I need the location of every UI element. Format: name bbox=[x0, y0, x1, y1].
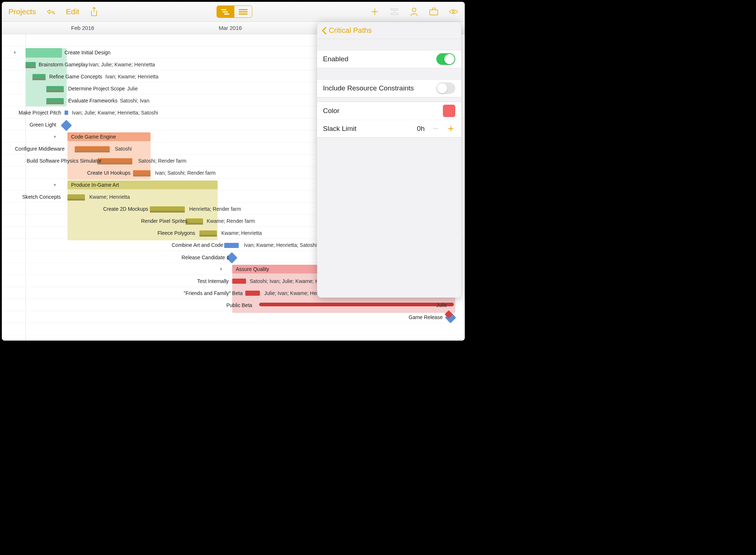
critical-paths-popover: Critical Paths Enabled Include Resource … bbox=[317, 22, 461, 298]
projects-button[interactable]: Projects bbox=[8, 7, 36, 16]
svg-point-10 bbox=[452, 11, 455, 13]
task-label: Create Initial Design bbox=[65, 50, 110, 55]
svg-rect-5 bbox=[239, 13, 248, 15]
briefcase-icon[interactable] bbox=[429, 7, 439, 16]
person-icon[interactable] bbox=[409, 7, 419, 16]
svg-rect-0 bbox=[221, 9, 226, 10]
task-resources: Julie bbox=[436, 302, 447, 308]
undo-button[interactable] bbox=[46, 7, 56, 16]
task-label: "Friends and Family" Beta bbox=[184, 290, 243, 296]
task-label: Determine Project Scope bbox=[68, 86, 125, 92]
task-label: Configure Middleware bbox=[15, 146, 65, 152]
slack-value: 0h bbox=[417, 125, 425, 133]
popover-title: Critical Paths bbox=[329, 26, 372, 35]
task-bar[interactable] bbox=[232, 279, 246, 284]
task-label: Test Internally bbox=[197, 278, 229, 284]
svg-point-8 bbox=[412, 8, 416, 12]
svg-rect-9 bbox=[430, 10, 438, 15]
enabled-label: Enabled bbox=[323, 55, 348, 63]
task-label: Refine Game Concepts bbox=[49, 74, 102, 79]
minus-button[interactable]: − bbox=[431, 123, 440, 135]
task-label: Release Candidate 1 bbox=[182, 255, 229, 260]
disclosure-icon[interactable]: ▼ bbox=[219, 267, 223, 271]
task-resources: Kwame; Render farm bbox=[207, 218, 255, 224]
task-label: Render Pixel Sprites bbox=[141, 218, 188, 224]
plus-button[interactable]: + bbox=[447, 123, 455, 135]
add-button[interactable] bbox=[370, 7, 379, 16]
include-resource-label: Include Resource Constraints bbox=[323, 84, 414, 92]
color-swatch[interactable] bbox=[443, 105, 455, 117]
back-button[interactable] bbox=[322, 27, 327, 35]
share-button[interactable] bbox=[89, 7, 99, 16]
view-segmented-control[interactable] bbox=[217, 5, 252, 18]
task-label: Evaluate Frameworks bbox=[68, 98, 117, 104]
task-label: Create UI Hookups bbox=[87, 170, 130, 176]
slack-limit-row: Slack Limit 0h − + bbox=[317, 120, 461, 137]
task-label: Code Game Engine bbox=[71, 134, 116, 140]
svg-rect-2 bbox=[224, 13, 229, 15]
include-resource-switch[interactable] bbox=[436, 82, 455, 94]
task-resources: Kwame; Henrietta bbox=[89, 194, 130, 200]
svg-rect-7 bbox=[391, 13, 398, 15]
task-label: Green Light bbox=[30, 122, 56, 128]
task-resources: Ivan; Julie; Kwame; Henrietta bbox=[89, 62, 155, 67]
enabled-row: Enabled bbox=[317, 50, 461, 68]
task-resources: Satoshi; Render farm bbox=[138, 158, 186, 164]
task-resources: Henrietta; Render farm bbox=[189, 206, 241, 212]
task-bar[interactable] bbox=[65, 110, 68, 115]
task-resources: Kwame; Henrietta bbox=[221, 230, 262, 236]
color-row[interactable]: Color bbox=[317, 102, 461, 120]
task-label: Game Release bbox=[409, 314, 443, 320]
task-label: Make Project Pitch bbox=[19, 110, 61, 116]
task-resources: Ivan; Kwame; Henrietta bbox=[105, 74, 159, 79]
task-label: Create 2D Mockups bbox=[103, 206, 148, 212]
task-bar[interactable] bbox=[224, 243, 239, 248]
month-label: Feb 2016 bbox=[71, 25, 94, 31]
task-label: Sketch Concepts bbox=[22, 194, 61, 200]
task-resources: Ivan; Satoshi; Render farm bbox=[155, 170, 216, 176]
outline-view-button[interactable] bbox=[234, 6, 252, 18]
disclosure-icon[interactable]: ▼ bbox=[53, 135, 57, 139]
task-label: Produce In-Game Art bbox=[71, 182, 119, 188]
task-bar[interactable] bbox=[26, 48, 62, 58]
task-label: Assure Quality bbox=[236, 266, 269, 272]
task-label: Public Beta bbox=[226, 302, 252, 308]
slack-limit-label: Slack Limit bbox=[323, 125, 356, 133]
include-resource-row: Include Resource Constraints bbox=[317, 79, 461, 97]
task-bar[interactable] bbox=[245, 291, 260, 296]
svg-rect-6 bbox=[391, 9, 398, 10]
svg-rect-1 bbox=[223, 11, 228, 12]
toolbar: Projects Edit bbox=[2, 2, 465, 22]
eye-icon[interactable] bbox=[449, 7, 458, 16]
task-label: Brainstorm Gameplay bbox=[39, 62, 88, 67]
task-resources: Julie bbox=[127, 86, 138, 92]
svg-rect-3 bbox=[239, 9, 248, 10]
color-label: Color bbox=[323, 107, 339, 115]
enabled-switch[interactable] bbox=[436, 53, 455, 65]
edit-button[interactable]: Edit bbox=[66, 7, 79, 16]
task-bar[interactable] bbox=[259, 303, 454, 306]
task-label: Fleece Polygons bbox=[157, 230, 195, 236]
disclosure-icon[interactable]: ▼ bbox=[53, 183, 57, 187]
tasks-icon[interactable] bbox=[390, 7, 399, 16]
task-label: Combine Art and Code bbox=[172, 242, 223, 248]
month-label: Mar 2016 bbox=[219, 25, 242, 31]
task-resources: Ivan; Julie; Kwame; Henrietta; Satoshi bbox=[72, 110, 158, 116]
gantt-view-button[interactable] bbox=[217, 6, 234, 18]
task-label: Build Software Physics Simulator bbox=[27, 158, 101, 164]
disclosure-icon[interactable]: ▼ bbox=[13, 50, 17, 55]
task-resources: Satoshi; Ivan bbox=[120, 98, 149, 104]
svg-rect-4 bbox=[239, 11, 248, 12]
task-resources: Satoshi bbox=[115, 146, 132, 152]
